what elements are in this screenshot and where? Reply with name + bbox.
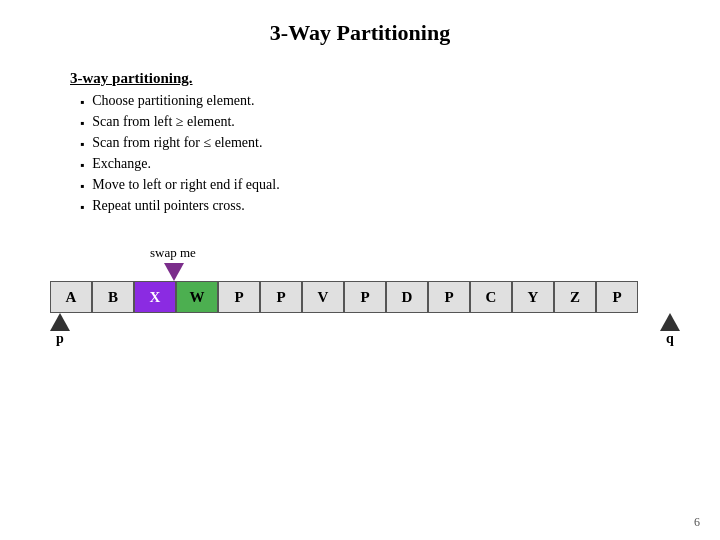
pointer-p-label: p [56, 331, 64, 347]
array-cell: Y [512, 281, 554, 313]
pointer-q-label: q [666, 331, 674, 347]
array-cell: P [596, 281, 638, 313]
section-title: 3-way partitioning. [70, 70, 680, 87]
array-cell: X [134, 281, 176, 313]
array-cell: P [344, 281, 386, 313]
array-cell: B [92, 281, 134, 313]
bullet-item: Scan from right for ≤ element. [80, 135, 680, 152]
arrow-up-q [660, 313, 680, 331]
swap-label: swap me [150, 245, 680, 261]
pointer-area: p q [50, 313, 680, 353]
arrow-up-p [50, 313, 70, 331]
array-cell: C [470, 281, 512, 313]
bullet-item: Exchange. [80, 156, 680, 173]
array-cell: P [428, 281, 470, 313]
array-cell: P [218, 281, 260, 313]
bullet-item: Move to left or right end if equal. [80, 177, 680, 194]
array-cell: P [260, 281, 302, 313]
bullet-item: Choose partitioning element. [80, 93, 680, 110]
content-area: 3-way partitioning. Choose partitioning … [70, 70, 680, 215]
array-row: ABXWPPVPDPCYZP [50, 281, 680, 313]
bullet-item: Repeat until pointers cross. [80, 198, 680, 215]
slide-title: 3-Way Partitioning [40, 20, 680, 46]
array-cell: W [176, 281, 218, 313]
swap-arrow-down [164, 263, 184, 281]
array-cell: V [302, 281, 344, 313]
array-cell: A [50, 281, 92, 313]
pointer-p: p [50, 313, 70, 347]
diagram-area: swap me ABXWPPVPDPCYZP p q [50, 245, 680, 353]
bullet-list: Choose partitioning element.Scan from le… [80, 93, 680, 215]
page-number: 6 [694, 515, 700, 530]
array-cell: Z [554, 281, 596, 313]
pointer-q: q [660, 313, 680, 347]
slide: 3-Way Partitioning 3-way partitioning. C… [0, 0, 720, 540]
bullet-item: Scan from left ≥ element. [80, 114, 680, 131]
array-cell: D [386, 281, 428, 313]
